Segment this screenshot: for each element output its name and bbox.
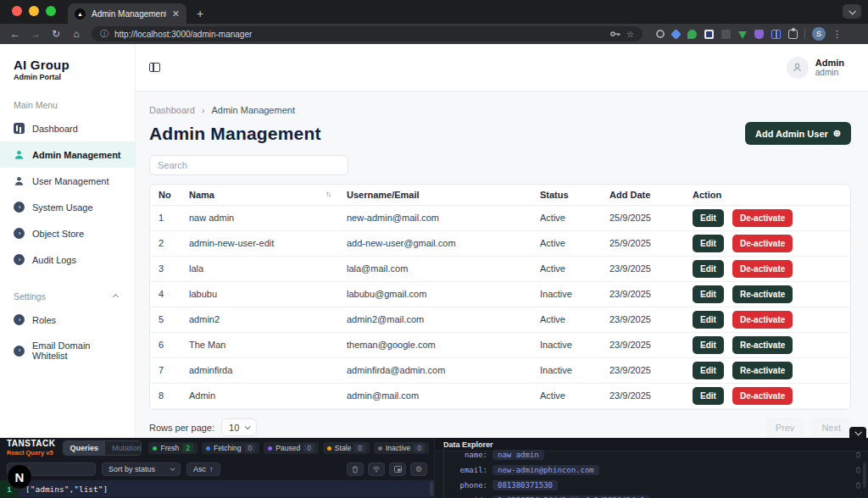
- maximize-window-button[interactable]: [46, 6, 56, 16]
- picture-in-picture-icon[interactable]: [389, 462, 406, 476]
- search-input[interactable]: [149, 155, 348, 175]
- tab-close-icon[interactable]: ✕: [172, 8, 180, 19]
- explorer-field-value[interactable]: new-admin@phincon.com: [492, 465, 599, 475]
- url-text[interactable]: http://localhost:3000/admin-manager: [114, 30, 604, 39]
- forward-icon[interactable]: →: [27, 28, 44, 40]
- status-badge-fetching[interactable]: Fetching 0: [202, 442, 259, 454]
- tab-mutations[interactable]: Mutations: [105, 441, 142, 455]
- rows-per-page-select[interactable]: 10: [221, 418, 257, 436]
- status-badge-inactive[interactable]: Inactive 0: [374, 442, 429, 454]
- explorer-field-key: email:: [455, 466, 487, 474]
- delete-field-trash-icon[interactable]: [855, 451, 861, 458]
- tab-search-chevron-button[interactable]: [843, 4, 861, 19]
- toggle-active-button[interactable]: De-activate: [732, 387, 793, 405]
- sidebar-item-system-usage[interactable]: System Usage: [0, 194, 135, 220]
- minimize-window-button[interactable]: [29, 6, 39, 16]
- toggle-active-button[interactable]: Re-activate: [732, 362, 793, 379]
- browser-tab[interactable]: ▲ Admin Management ✕: [68, 3, 186, 24]
- password-key-icon[interactable]: [610, 30, 620, 37]
- offline-mode-wifi-icon[interactable]: [368, 462, 385, 476]
- sidebar-item-object-store[interactable]: Object Store: [0, 220, 135, 246]
- extension-tag-icon[interactable]: [670, 29, 682, 40]
- edit-button[interactable]: Edit: [693, 362, 724, 379]
- col-nama[interactable]: Nama↑↓: [181, 185, 338, 205]
- explorer-scrollbar[interactable]: [863, 462, 866, 488]
- sort-icon[interactable]: ↑↓: [326, 190, 330, 198]
- extension-frame-icon[interactable]: [704, 30, 714, 39]
- sidebar-item-admin-management[interactable]: Admin Management: [0, 141, 135, 168]
- edit-button[interactable]: Edit: [693, 209, 724, 227]
- cell-nama: naw admin: [181, 205, 338, 230]
- window-controls[interactable]: [0, 6, 68, 24]
- toggle-active-button[interactable]: De-activate: [732, 235, 793, 252]
- extension-leaf-icon[interactable]: [687, 30, 697, 39]
- settings-label[interactable]: Settings: [0, 291, 135, 302]
- edit-button[interactable]: Edit: [693, 285, 724, 303]
- status-badge-fresh[interactable]: Fresh 2: [148, 442, 197, 454]
- table-header-row: No Nama↑↓ Username/Email Status Add Date…: [150, 185, 851, 205]
- explorer-field-value[interactable]: 1e625975fe2f4d1ebbcfa1d295943fc8: [492, 495, 649, 498]
- nextjs-dev-indicator[interactable]: N: [7, 464, 32, 490]
- explorer-field-value[interactable]: 081380371530: [492, 480, 558, 490]
- explorer-field-value[interactable]: naw admin: [492, 450, 544, 460]
- breadcrumb-dashboard[interactable]: Dashboard: [149, 105, 195, 115]
- cell-date: 25/9/2025: [601, 205, 684, 230]
- extension-cube-icon[interactable]: [721, 30, 731, 39]
- delete-field-trash-icon[interactable]: [855, 467, 861, 473]
- delete-field-trash-icon[interactable]: [855, 482, 861, 489]
- add-admin-user-button[interactable]: Add Admin User ⊕: [745, 122, 851, 145]
- edit-button[interactable]: Edit: [693, 260, 724, 278]
- site-info-icon[interactable]: ⓘ: [100, 28, 108, 40]
- sort-by-select[interactable]: Sort by status: [102, 462, 181, 476]
- sidebar-item-icon: [14, 202, 25, 213]
- main-area: Admin admin Dashboard › Admin Management…: [136, 44, 868, 438]
- browser-menu-icon[interactable]: ⋮: [829, 29, 846, 40]
- query-row[interactable]: 1 ["admins","list"]: [0, 480, 434, 497]
- sidebar-item-email-domain-whitelist[interactable]: Email Domain Whitelist: [0, 333, 135, 368]
- new-tab-button[interactable]: +: [186, 7, 214, 24]
- sidebar-toggle-icon[interactable]: [149, 63, 160, 72]
- home-icon[interactable]: ⌂: [68, 28, 85, 40]
- query-list-scrollbar[interactable]: [430, 481, 433, 495]
- reload-icon[interactable]: ↻: [47, 28, 64, 40]
- tab-queries[interactable]: Queries: [64, 441, 106, 455]
- sidebar-item-user-management[interactable]: User Management: [0, 168, 135, 194]
- status-badge-paused[interactable]: Paused 0: [264, 442, 319, 454]
- cell-nama: The Man: [181, 332, 338, 357]
- close-window-button[interactable]: [12, 6, 22, 16]
- bookmark-star-icon[interactable]: ☆: [626, 30, 634, 39]
- toggle-active-button[interactable]: Re-activate: [732, 336, 793, 354]
- toggle-active-button[interactable]: De-activate: [732, 260, 793, 278]
- extension-puzzle-icon[interactable]: [788, 30, 798, 39]
- toggle-active-button[interactable]: Re-activate: [732, 285, 793, 303]
- browser-profile-avatar[interactable]: S: [812, 27, 826, 41]
- edit-button[interactable]: Edit: [693, 235, 724, 252]
- sidebar-item-dashboard[interactable]: Dashboard: [0, 115, 135, 141]
- back-icon[interactable]: ←: [7, 28, 24, 40]
- sidebar-item-icon: [14, 228, 25, 239]
- extension-shield-icon[interactable]: [754, 30, 764, 39]
- toggle-active-button[interactable]: De-activate: [732, 311, 793, 329]
- edit-button[interactable]: Edit: [693, 311, 724, 329]
- breadcrumb-current: Admin Management: [212, 105, 295, 115]
- next-page-button[interactable]: Next: [811, 418, 851, 438]
- prev-page-button[interactable]: Prev: [765, 418, 805, 438]
- tab-favicon-icon: ▲: [75, 8, 86, 19]
- sort-direction-button[interactable]: Asc↑: [186, 462, 220, 476]
- col-status: Status: [531, 185, 601, 205]
- toggle-active-button[interactable]: De-activate: [732, 209, 793, 227]
- devtools-collapse-button[interactable]: [849, 427, 866, 438]
- extension-target-icon[interactable]: [656, 30, 665, 38]
- user-block[interactable]: Admin admin: [787, 57, 844, 79]
- extension-arrow-icon[interactable]: [738, 31, 747, 39]
- sidebar-item-audit-logs[interactable]: Audit Logs: [0, 246, 135, 273]
- status-badge-stale[interactable]: Stale 0: [323, 442, 370, 454]
- address-bar[interactable]: ⓘ http://localhost:3000/admin-manager ☆: [92, 26, 643, 42]
- clear-cache-trash-icon[interactable]: [347, 462, 364, 476]
- main-menu: Dashboard Admin Management User Manageme…: [0, 115, 135, 273]
- edit-button[interactable]: Edit: [693, 336, 724, 354]
- settings-gear-icon[interactable]: ⚙: [410, 462, 427, 476]
- sidebar-item-roles[interactable]: Roles: [0, 307, 135, 333]
- edit-button[interactable]: Edit: [693, 387, 724, 405]
- extension-columns-icon[interactable]: [771, 30, 781, 39]
